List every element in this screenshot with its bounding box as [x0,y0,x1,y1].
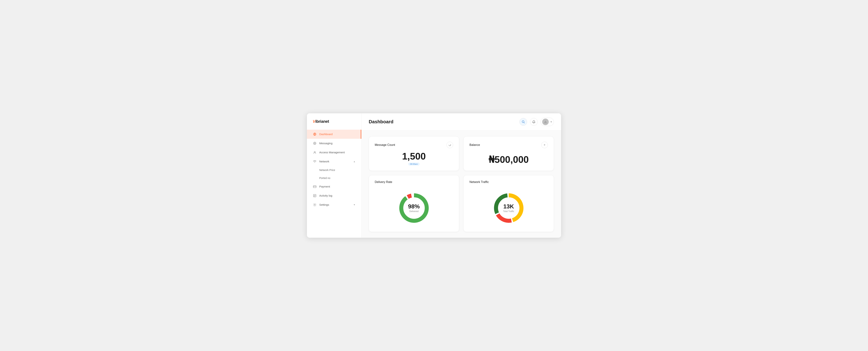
svg-point-14 [314,204,315,205]
dashboard-icon [313,132,317,136]
sidebar-item-activity-label: Activity log [319,194,332,197]
network-traffic-title: Network Traffic [469,180,489,184]
payment-icon [313,184,317,188]
app-container: Vibrianet Dashboard [307,113,561,238]
balance-card: Balance + ₦500,000 [463,137,554,171]
balance-header: Balance + [469,142,548,148]
sidebar-item-ported-no[interactable]: Ported no [307,174,361,182]
delivery-rate-value: 98% [408,204,420,210]
svg-point-1 [314,134,315,135]
svg-point-4 [313,142,316,145]
sidebar-item-messaging-label: Messaging [319,142,333,145]
dashboard-content: Message Count 1,500 08:00am [362,130,561,238]
svg-rect-10 [313,195,316,197]
network-traffic-label: Total Traffic [503,210,514,213]
delivery-rate-title: Delivery Rate [375,180,392,184]
sidebar-item-ported-no-label: Ported no [319,177,330,179]
sidebar-item-activity-log[interactable]: Activity log [307,191,361,200]
header: Dashboard [362,113,561,130]
balance-add-button[interactable]: + [541,142,548,148]
sidebar-item-network-price-label: Network Price [319,169,335,172]
sidebar-item-settings[interactable]: Settings ▼ [307,200,361,209]
activity-icon [313,194,317,198]
delivery-rate-chart: 98% Delivered [375,186,453,227]
delivery-rate-card: Delivery Rate [369,175,459,232]
search-button[interactable] [520,118,527,126]
access-icon [313,150,317,154]
network-traffic-donut: 13K Total Traffic [492,191,526,225]
plus-icon: + [544,143,546,147]
sidebar-item-messaging[interactable]: Messaging [307,139,361,148]
network-traffic-center: 13K Total Traffic [503,204,514,213]
sidebar-item-access-management[interactable]: Access Management [307,148,361,157]
message-count-value: 1,500 [375,151,453,162]
settings-chevron-icon: ▼ [353,204,355,206]
delivery-rate-header: Delivery Rate [375,180,453,184]
svg-line-16 [524,122,525,123]
sidebar-item-payment-label: Payment [319,185,330,188]
cards-grid: Message Count 1,500 08:00am [369,137,554,232]
search-icon [522,120,525,123]
main-content: Dashboard [362,113,561,238]
network-traffic-header: Network Traffic [469,180,548,184]
avatar-button[interactable]: ▼ [540,118,554,126]
nav-menu: Dashboard Messaging [307,130,361,232]
network-traffic-card: Network Traffic [463,175,554,232]
settings-icon [313,203,317,207]
sidebar: Vibrianet Dashboard [307,113,362,238]
network-traffic-chart: 13K Total Traffic [469,186,548,227]
message-count-refresh-button[interactable] [446,142,453,148]
message-count-time-badge: 08:00am [408,163,420,166]
refresh-icon [448,144,451,146]
sidebar-item-access-label: Access Management [319,151,345,154]
sidebar-item-payment[interactable]: Payment [307,182,361,191]
sidebar-item-dashboard[interactable]: Dashboard [307,130,361,139]
logo-area: Vibrianet [307,119,361,130]
delivery-rate-donut: 98% Delivered [397,191,431,225]
message-count-time-area: 08:00am [375,163,453,166]
svg-point-7 [314,162,315,163]
balance-value: ₦500,000 [469,151,548,165]
delivery-rate-label: Delivered [408,210,420,213]
message-count-title: Message Count [375,143,395,147]
network-traffic-value: 13K [503,204,514,210]
user-icon [544,120,547,124]
avatar [542,119,549,125]
delivery-rate-center: 98% Delivered [408,204,420,213]
balance-title: Balance [469,143,480,147]
bell-button[interactable] [530,118,538,126]
message-count-card: Message Count 1,500 08:00am [369,137,459,171]
sidebar-item-dashboard-label: Dashboard [319,133,333,136]
logo-suffix: ibrianet [315,119,329,124]
header-actions: ▼ [520,118,554,126]
message-count-header: Message Count [375,142,453,148]
messaging-icon [313,141,317,145]
avatar-chevron-icon: ▼ [550,121,552,123]
logo-v-letter: V [313,119,315,124]
svg-point-5 [314,143,315,144]
network-chevron-icon: ▲ [353,160,355,163]
bell-icon [532,120,535,123]
page-title: Dashboard [369,119,394,124]
svg-rect-8 [313,186,316,188]
sidebar-item-network-label: Network [319,160,329,163]
logo: Vibrianet [313,119,329,124]
sidebar-item-settings-label: Settings [319,203,329,206]
network-icon [313,159,317,164]
sidebar-item-network[interactable]: Network ▲ [307,157,361,166]
sidebar-item-network-price[interactable]: Network Price [307,166,361,174]
